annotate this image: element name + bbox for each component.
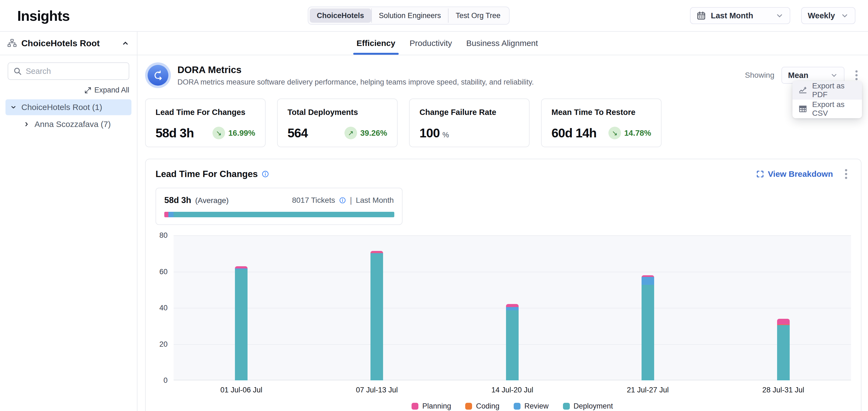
granularity-select[interactable]: Weekly — [801, 7, 856, 24]
calendar-icon — [696, 11, 706, 20]
chevron-down-icon — [841, 11, 849, 20]
chart-summary-box: 58d 3h (Average) 8017 Tickets | Last Mon… — [156, 188, 403, 225]
chevron-down-icon — [830, 71, 838, 79]
tab-productivity[interactable]: Productivity — [408, 32, 453, 55]
x-tick-label: 07 Jul-13 Jul — [309, 386, 445, 394]
progress-segment-planning — [164, 212, 168, 217]
info-icon[interactable] — [261, 170, 269, 178]
x-tick-label: 14 Jul-20 Jul — [445, 386, 580, 394]
card-value: 60d 14h — [552, 126, 596, 140]
bar-group — [309, 235, 445, 380]
org-tab-solution-engineers[interactable]: Solution Engineers — [371, 8, 448, 23]
card-title: Mean Time To Restore — [552, 108, 651, 117]
dora-cycle-icon — [145, 62, 171, 88]
delta-badge: ↘ 16.99% — [213, 127, 255, 139]
org-tree-icon — [7, 38, 17, 48]
date-range-select[interactable]: Last Month — [690, 7, 790, 24]
view-breakdown-button[interactable]: View Breakdown — [756, 169, 833, 179]
trend-down-icon: ↘ — [213, 127, 225, 139]
bar-segment-deployment[interactable] — [235, 269, 248, 380]
card-value: 58d 3h — [156, 126, 194, 140]
phase-progress-bar — [164, 212, 394, 217]
org-toggle-group: ChoiceHotels Solution Engineers Test Org… — [308, 7, 509, 25]
bar-segment-deployment[interactable] — [777, 326, 790, 380]
tab-business-alignment[interactable]: Business Alignment — [465, 32, 539, 55]
bar-segment-planning[interactable] — [235, 266, 248, 268]
fullscreen-corners-icon — [756, 170, 764, 178]
collapse-chevron-up-icon[interactable] — [121, 39, 130, 47]
tab-efficiency[interactable]: Efficiency — [355, 32, 397, 55]
progress-segment-deployment — [174, 212, 394, 217]
legend-item-deployment[interactable]: Deployment — [563, 402, 613, 410]
legend-item-coding[interactable]: Coding — [465, 402, 499, 410]
bar-segment-planning[interactable] — [777, 319, 790, 324]
export-csv-label: Export as CSV — [812, 100, 856, 118]
legend-swatch — [563, 403, 570, 410]
main-tabs-bar: Efficiency Productivity Business Alignme… — [137, 32, 868, 55]
x-tick-label: 01 Jul-06 Jul — [174, 386, 309, 394]
bar-stack[interactable] — [642, 275, 654, 380]
card-title: Total Deployments — [287, 108, 387, 117]
granularity-value: Weekly — [808, 11, 835, 20]
y-tick-label: 40 — [159, 304, 167, 312]
tree-item-label: ChoiceHotels Root (1) — [21, 103, 102, 112]
bar-segment-deployment[interactable] — [370, 254, 383, 380]
card-title: Change Failure Rate — [420, 108, 519, 117]
chart-title: Lead Time For Changes — [156, 169, 258, 179]
y-tick-label: 20 — [159, 340, 167, 348]
bar-segment-deployment[interactable] — [642, 285, 654, 380]
chart-line-icon — [799, 86, 807, 95]
bar-stack[interactable] — [506, 304, 519, 380]
lead-time-chart-card: Lead Time For Changes V — [145, 159, 861, 411]
trend-up-icon: ↗ — [344, 127, 357, 139]
bar-group — [445, 235, 580, 380]
tree-item-anna-scozzafava[interactable]: Anna Scozzafava (7) — [19, 116, 131, 132]
legend-item-review[interactable]: Review — [514, 402, 549, 410]
delta-value: 39.26% — [360, 129, 387, 138]
export-menu: Export as PDF Export as CSV — [793, 81, 862, 118]
x-tick-label: 28 Jul-31 Jul — [715, 386, 851, 394]
org-tab-test-org-tree[interactable]: Test Org Tree — [448, 8, 508, 23]
tree-item-label: Anna Scozzafava (7) — [34, 119, 111, 129]
bar-segment-planning[interactable] — [506, 304, 519, 307]
card-change-failure-rate: Change Failure Rate 100 % — [409, 99, 530, 147]
view-breakdown-label: View Breakdown — [768, 169, 833, 179]
stacked-bar-chart: 020406080 — [156, 235, 851, 380]
header-controls: Last Month Weekly — [690, 7, 856, 24]
search-input[interactable] — [26, 67, 124, 76]
card-total-deployments: Total Deployments 564 ↗ 39.26% — [277, 99, 398, 147]
export-pdf-item[interactable]: Export as PDF — [793, 81, 862, 100]
showing-label: Showing — [745, 71, 774, 80]
legend-label: Coding — [476, 402, 499, 410]
bar-segment-planning[interactable] — [370, 251, 383, 253]
bar-segment-deployment[interactable] — [506, 310, 519, 380]
org-tab-choicehotels[interactable]: ChoiceHotels — [310, 8, 371, 23]
date-range-value: Last Month — [711, 11, 753, 20]
bar-group — [174, 235, 309, 380]
bar-segment-review[interactable] — [642, 277, 654, 284]
chart-kebab-menu-icon[interactable] — [841, 166, 851, 182]
y-tick-label: 0 — [163, 376, 167, 385]
tree-item-root[interactable]: ChoiceHotels Root (1) — [5, 99, 131, 115]
info-icon[interactable] — [339, 197, 346, 204]
content: DORA Metrics DORA metrics measure softwa… — [145, 55, 861, 411]
progress-segment-review — [168, 212, 173, 217]
legend-label: Deployment — [574, 402, 613, 410]
separator: | — [350, 196, 352, 205]
dora-description: DORA metrics measure software delivery p… — [178, 78, 534, 87]
bar-segment-review[interactable] — [506, 307, 519, 310]
dora-kebab-menu-icon[interactable] — [851, 68, 861, 83]
summary-period: Last Month — [356, 196, 394, 205]
legend-label: Planning — [422, 402, 451, 410]
bar-stack[interactable] — [235, 266, 248, 380]
bar-stack[interactable] — [370, 251, 383, 380]
chevron-down-icon — [775, 11, 784, 20]
legend-item-planning[interactable]: Planning — [411, 402, 451, 410]
sidebar-title: ChoiceHotels Root — [21, 38, 117, 48]
y-tick-label: 80 — [159, 231, 167, 240]
card-value: 100 — [420, 126, 440, 140]
expand-all-button[interactable]: Expand All — [0, 86, 129, 94]
delta-value: 14.78% — [624, 129, 651, 138]
bar-stack[interactable] — [777, 319, 790, 380]
export-csv-item[interactable]: Export as CSV — [793, 100, 862, 118]
